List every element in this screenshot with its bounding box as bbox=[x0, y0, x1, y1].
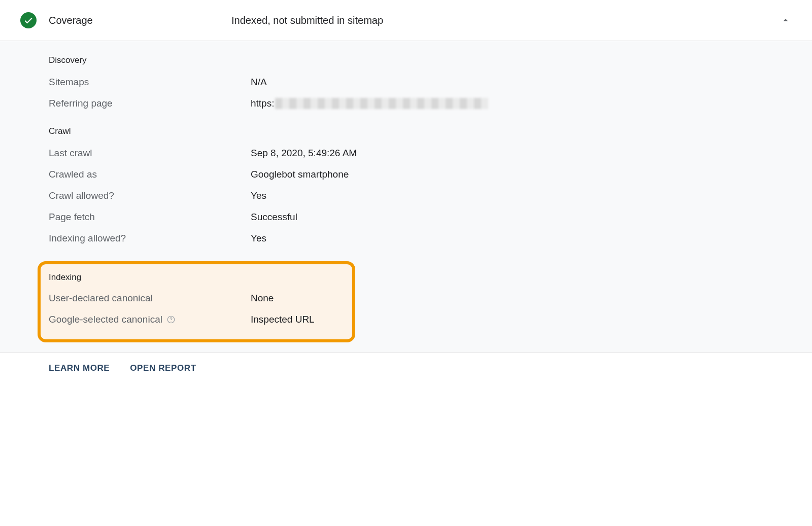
value-sitemaps: N/A bbox=[251, 77, 267, 88]
row-crawled-as: Crawled as Googlebot smartphone bbox=[49, 169, 792, 180]
crawl-title: Crawl bbox=[49, 126, 792, 136]
referring-url-redacted bbox=[275, 98, 488, 109]
discovery-title: Discovery bbox=[49, 55, 792, 65]
row-last-crawl: Last crawl Sep 8, 2020, 5:49:26 AM bbox=[49, 148, 792, 159]
value-referring-page: https: bbox=[251, 98, 488, 109]
row-user-canonical: User-declared canonical None bbox=[49, 293, 344, 304]
label-google-canonical-text: Google-selected canonical bbox=[49, 314, 162, 325]
referring-url-prefix: https: bbox=[251, 98, 274, 109]
label-crawl-allowed: Crawl allowed? bbox=[49, 190, 251, 201]
svg-point-1 bbox=[171, 321, 171, 322]
label-referring-page: Referring page bbox=[49, 98, 251, 109]
row-indexing-allowed: Indexing allowed? Yes bbox=[49, 233, 792, 244]
help-icon[interactable] bbox=[166, 315, 176, 324]
row-sitemaps: Sitemaps N/A bbox=[49, 77, 792, 88]
status-success-icon bbox=[20, 12, 37, 28]
learn-more-button[interactable]: Learn More bbox=[49, 363, 110, 373]
value-last-crawl: Sep 8, 2020, 5:49:26 AM bbox=[251, 148, 357, 159]
label-indexing-allowed: Indexing allowed? bbox=[49, 233, 251, 244]
chevron-up-icon[interactable] bbox=[780, 14, 792, 26]
label-page-fetch: Page fetch bbox=[49, 212, 251, 223]
value-page-fetch: Successful bbox=[251, 212, 297, 223]
coverage-body: Discovery Sitemaps N/A Referring page ht… bbox=[0, 41, 812, 353]
value-google-canonical: Inspected URL bbox=[251, 314, 315, 325]
row-page-fetch: Page fetch Successful bbox=[49, 212, 792, 223]
open-report-button[interactable]: Open Report bbox=[130, 363, 196, 373]
coverage-title: Coverage bbox=[49, 15, 231, 26]
crawl-section: Crawl Last crawl Sep 8, 2020, 5:49:26 AM… bbox=[49, 126, 792, 244]
coverage-summary: Indexed, not submitted in sitemap bbox=[231, 15, 780, 26]
row-referring-page: Referring page https: bbox=[49, 98, 792, 109]
discovery-section: Discovery Sitemaps N/A Referring page ht… bbox=[49, 55, 792, 109]
coverage-header[interactable]: Coverage Indexed, not submitted in sitem… bbox=[0, 0, 812, 41]
coverage-footer: Learn More Open Report bbox=[0, 353, 812, 383]
label-sitemaps: Sitemaps bbox=[49, 77, 251, 88]
value-user-canonical: None bbox=[251, 293, 274, 304]
label-last-crawl: Last crawl bbox=[49, 148, 251, 159]
value-indexing-allowed: Yes bbox=[251, 233, 266, 244]
indexing-title: Indexing bbox=[49, 272, 344, 283]
label-google-canonical: Google-selected canonical bbox=[49, 314, 251, 325]
indexing-highlight: Indexing User-declared canonical None Go… bbox=[38, 261, 355, 342]
value-crawl-allowed: Yes bbox=[251, 190, 266, 201]
value-crawled-as: Googlebot smartphone bbox=[251, 169, 349, 180]
row-crawl-allowed: Crawl allowed? Yes bbox=[49, 190, 792, 201]
row-google-canonical: Google-selected canonical Inspected URL bbox=[49, 314, 344, 325]
label-user-canonical: User-declared canonical bbox=[49, 293, 251, 304]
label-crawled-as: Crawled as bbox=[49, 169, 251, 180]
